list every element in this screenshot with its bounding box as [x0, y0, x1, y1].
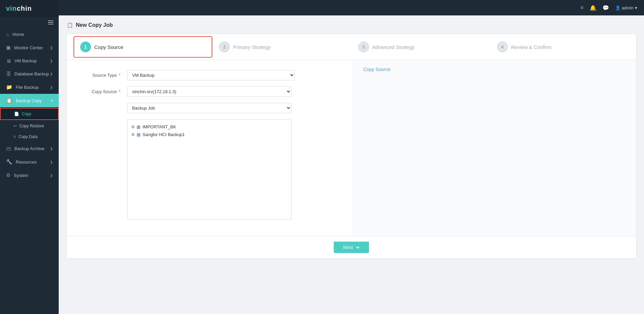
- sidebar-item-backup-archive[interactable]: 🗃 Backup Archive ❯: [0, 142, 59, 155]
- sidebar-sub-item-label: Copy: [22, 112, 31, 116]
- user-chevron-icon: ▾: [635, 5, 637, 10]
- next-label: Next: [343, 245, 353, 250]
- step-circle-2: 2: [219, 42, 230, 52]
- sidebar-item-label: Resources: [16, 160, 37, 165]
- expand-icon: ⊞: [131, 132, 135, 137]
- sidebar-item-copy-restore[interactable]: ↩ Copy Restore: [0, 121, 59, 131]
- copy-restore-icon: ↩: [13, 124, 17, 128]
- sidebar-item-vm-backup[interactable]: 🖥 VM Backup ❯: [0, 54, 59, 67]
- wizard-step-1[interactable]: 1 Copy Source: [73, 36, 212, 58]
- system-icon: ⚙: [6, 172, 10, 178]
- step-circle-3: 3: [358, 42, 369, 52]
- step-label-1: Copy Source: [94, 44, 123, 50]
- sidebar-item-label: File Backup: [16, 85, 39, 90]
- copy-source-row: Copy Source * vinchin.srv(172.18.1.3): [80, 86, 343, 97]
- sidebar-item-file-backup[interactable]: 📁 File Backup ❯: [0, 80, 59, 94]
- sidebar-item-database-backup[interactable]: 🗄 Database Backup ❯: [0, 67, 59, 80]
- bottom-bar: Next ➜: [67, 236, 636, 258]
- logo: vinchin: [0, 0, 59, 17]
- source-type-row: Source Type * VM Backup: [80, 70, 343, 80]
- backup-copy-icon: 📋: [6, 98, 12, 104]
- chevron-right-icon: ❯: [50, 46, 53, 50]
- table-icon: ▦: [137, 124, 141, 129]
- sidebar-toggle[interactable]: [0, 17, 59, 28]
- menu-lines-icon[interactable]: ≡: [580, 5, 583, 11]
- step-label-4: Review & Confirm: [511, 44, 551, 50]
- source-type-label: Source Type *: [80, 70, 120, 78]
- chevron-right-icon: ❯: [50, 174, 53, 177]
- database-icon: 🗄: [6, 71, 11, 77]
- svg-rect-1: [48, 22, 53, 23]
- step-label-3: Advanced Strategy: [372, 44, 415, 50]
- sidebar: vinchin ⌂ Home ▣ Monitor Center ❯ 🖥 VM B…: [0, 0, 59, 314]
- main-content: ≡ 🔔 💬 👤 admin ▾ 📋 New Copy Job 1 Cop: [59, 0, 644, 314]
- copy-sub-icon: 📄: [14, 112, 19, 116]
- tree-control: ⊞ ▦ IMPORTANT_BK ⊞ ▦ Sangfor HCI Backup1: [127, 119, 295, 220]
- step-circle-4: 4: [497, 42, 508, 52]
- sidebar-item-label: Database Backup: [14, 71, 49, 76]
- tree-item-important-bk[interactable]: ⊞ ▦ IMPORTANT_BK: [131, 123, 288, 131]
- wizard-step-4[interactable]: 4 Review & Confirm: [490, 36, 629, 58]
- backup-job-row: Backup Job: [80, 103, 343, 113]
- copy-source-select[interactable]: vinchin.srv(172.18.1.3): [127, 86, 291, 97]
- next-button[interactable]: Next ➜: [334, 242, 369, 253]
- topbar: ≡ 🔔 💬 👤 admin ▾: [59, 0, 644, 15]
- page-header: 📋 New Copy Job: [67, 22, 636, 28]
- backup-job-label: [80, 103, 120, 106]
- sidebar-item-copy-data[interactable]: ≡ Copy Data: [0, 131, 59, 142]
- wizard-card: 1 Copy Source 2 Primary Strategy 3: [67, 34, 636, 258]
- wizard-steps: 1 Copy Source 2 Primary Strategy 3: [67, 34, 636, 60]
- copy-source-control: vinchin.srv(172.18.1.3): [127, 86, 295, 97]
- page-title: New Copy Job: [76, 22, 113, 28]
- chevron-right-icon: ❯: [50, 85, 53, 89]
- copy-data-icon: ≡: [13, 134, 16, 139]
- chevron-right-icon: ❯: [50, 160, 53, 164]
- sidebar-item-label: Backup Copy: [16, 98, 42, 103]
- sidebar-item-label: Home: [12, 32, 24, 37]
- next-arrow-icon: ➜: [356, 245, 360, 250]
- tree-label: [80, 119, 120, 122]
- chevron-right-icon: ❯: [50, 147, 53, 150]
- chat-icon[interactable]: 💬: [602, 5, 609, 11]
- sidebar-item-monitor-center[interactable]: ▣ Monitor Center ❯: [0, 41, 59, 54]
- chevron-right-icon: ❯: [50, 72, 53, 76]
- archive-icon: 🗃: [6, 146, 11, 151]
- user-icon: 👤: [615, 5, 621, 10]
- username-label: admin: [622, 5, 634, 10]
- tree-row: ⊞ ▦ IMPORTANT_BK ⊞ ▦ Sangfor HCI Backup1: [80, 119, 343, 220]
- sidebar-item-label: System: [14, 173, 28, 178]
- sidebar-item-system[interactable]: ⚙ System ❯: [0, 169, 59, 182]
- source-type-select[interactable]: VM Backup: [127, 70, 295, 80]
- svg-rect-0: [48, 20, 53, 21]
- wizard-step-3[interactable]: 3 Advanced Strategy: [352, 36, 490, 58]
- sidebar-item-backup-copy[interactable]: 📋 Backup Copy ▾: [0, 94, 59, 107]
- page-header-icon: 📋: [67, 22, 73, 28]
- form-left: Source Type * VM Backup Copy Source: [67, 60, 353, 236]
- wizard-step-2[interactable]: 2 Primary Strategy: [212, 36, 351, 58]
- sidebar-item-resources[interactable]: 🔧 Resources ❯: [0, 155, 59, 169]
- sidebar-sub-item-label: Copy Data: [18, 134, 38, 139]
- monitor-icon: ▣: [6, 45, 11, 51]
- backup-job-control: Backup Job: [127, 103, 295, 113]
- expand-icon: ⊞: [131, 125, 135, 129]
- sidebar-item-home[interactable]: ⌂ Home: [0, 28, 59, 41]
- backup-tree: ⊞ ▦ IMPORTANT_BK ⊞ ▦ Sangfor HCI Backup1: [127, 119, 291, 220]
- sidebar-item-copy[interactable]: 📄 Copy: [1, 109, 58, 119]
- file-icon: 📁: [6, 84, 12, 90]
- bell-icon[interactable]: 🔔: [590, 5, 596, 11]
- sidebar-item-label: Monitor Center: [14, 45, 43, 50]
- step-label-2: Primary Strategy: [233, 44, 271, 50]
- backup-job-select[interactable]: Backup Job: [127, 103, 291, 113]
- form-body: Source Type * VM Backup Copy Source: [67, 60, 636, 236]
- form-right: Copy Source: [353, 60, 636, 236]
- sidebar-item-label: Backup Archive: [14, 146, 45, 151]
- svg-rect-2: [48, 24, 53, 24]
- logo-text: vinchin: [6, 5, 32, 12]
- user-menu[interactable]: 👤 admin ▾: [615, 5, 637, 10]
- vm-icon: 🖥: [6, 58, 11, 64]
- chevron-right-icon: ❯: [50, 59, 53, 63]
- chevron-down-icon: ▾: [51, 99, 53, 103]
- source-type-control: VM Backup: [127, 70, 295, 80]
- tree-item-label: Sangfor HCI Backup1: [143, 132, 185, 137]
- tree-item-sangfor[interactable]: ⊞ ▦ Sangfor HCI Backup1: [131, 131, 288, 138]
